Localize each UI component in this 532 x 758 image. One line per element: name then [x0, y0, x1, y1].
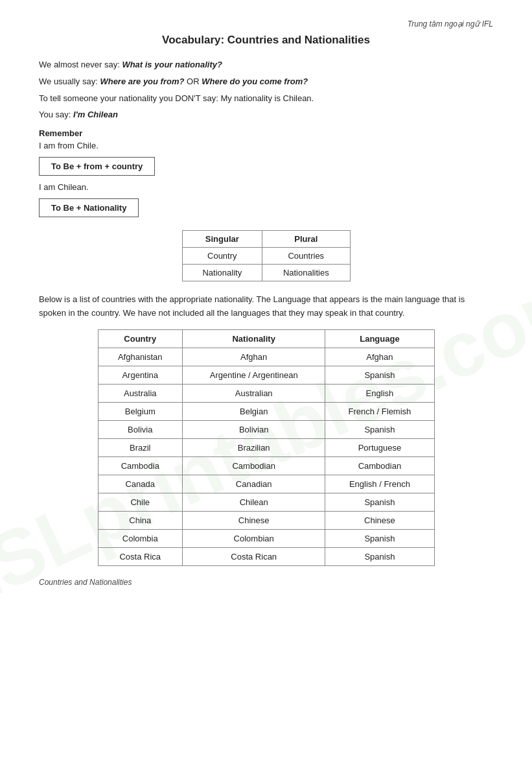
table-row: NationalityNationalities — [182, 265, 350, 281]
col-singular: Singular — [182, 231, 262, 248]
table-row: ChinaChineseChinese — [98, 511, 434, 529]
below-text: Below is a list of countries with the ap… — [39, 293, 493, 320]
intro-line1: We almost never say: What is your nation… — [39, 58, 493, 72]
table-row: ColombiaColombianSpanish — [98, 529, 434, 547]
table-row: BoliviaBolivianSpanish — [98, 420, 434, 438]
intro-line3: To tell someone your nationality you DON… — [39, 92, 493, 106]
main-col-country: Country — [98, 329, 183, 348]
table-row: Costa RicaCosta RicanSpanish — [98, 547, 434, 565]
intro-line2: We usually say: Where are you from? OR W… — [39, 75, 493, 89]
am-chilean-text: I am Chilean. — [39, 182, 493, 192]
from-chile-text: I am from Chile. — [39, 141, 493, 150]
main-col-language: Language — [325, 329, 434, 348]
singular-plural-table: Singular Plural CountryCountriesNational… — [182, 230, 351, 281]
table-row: AustraliaAustralianEnglish — [98, 384, 434, 402]
table-row: CanadaCanadianEnglish / French — [98, 475, 434, 493]
intro-line4: You say: I'm Chilean — [39, 108, 493, 122]
table-row: CountryCountries — [182, 248, 350, 265]
table-row: AfghanistanAfghanAfghan — [98, 348, 434, 366]
formula2-box: To Be + Nationality — [39, 198, 139, 217]
footer-label: Countries and Nationalities — [39, 578, 493, 587]
remember-label: Remember — [39, 128, 493, 138]
page-title: Vocabulary: Countries and Nationalities — [39, 34, 493, 47]
formula1-box: To Be + from + country — [39, 157, 155, 176]
col-plural: Plural — [262, 231, 350, 248]
table-row: ArgentinaArgentine / ArgentineanSpanish — [98, 366, 434, 384]
table-row: BrazilBrazilianPortuguese — [98, 438, 434, 456]
brand-label: Trung tâm ngoại ngữ IFL — [39, 19, 493, 29]
main-col-nationality: Nationality — [183, 329, 325, 348]
table-row: BelgiumBelgianFrench / Flemish — [98, 402, 434, 420]
main-table: Country Nationality Language Afghanistan… — [98, 329, 435, 566]
table-row: ChileChileanSpanish — [98, 493, 434, 511]
table-row: CambodiaCambodianCambodian — [98, 456, 434, 475]
